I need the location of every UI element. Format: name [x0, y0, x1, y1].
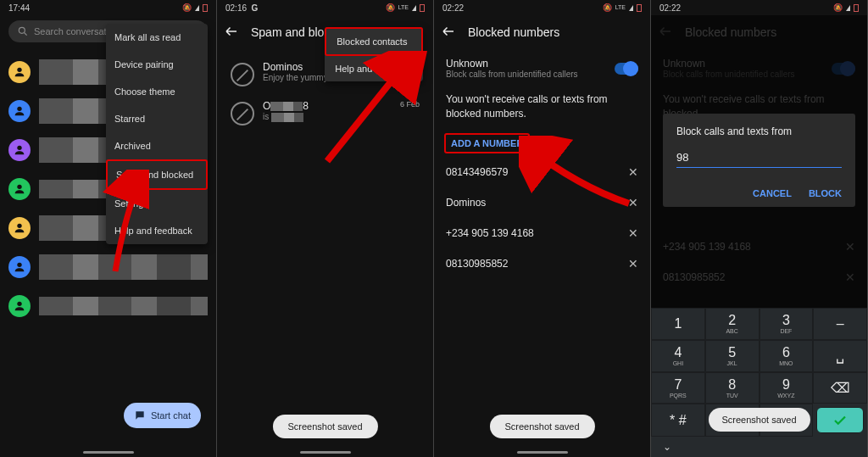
blocked-row: Dominos✕ [434, 187, 650, 218]
phone-input[interactable]: 98 [676, 151, 842, 168]
start-chat-button[interactable]: Start chat [124, 403, 201, 428]
svg-point-2 [17, 68, 21, 72]
signal-icon [195, 5, 199, 11]
avatar [8, 61, 31, 83]
nav-pill [83, 451, 134, 454]
key-enter[interactable] [816, 407, 864, 433]
menu-starred[interactable]: Starred [106, 105, 208, 132]
key-star-hash[interactable]: * # [651, 404, 705, 437]
status-icons: 🔕 [182, 3, 208, 12]
key-dash[interactable]: – [813, 308, 867, 340]
overflow-menu: Blocked contacts Help and feedback [325, 27, 423, 81]
menu-spam-blocked[interactable]: Spam and blocked [106, 159, 208, 190]
status-icons: 🔕 LTE [603, 3, 642, 12]
battery-icon [203, 4, 208, 12]
dnd-icon: 🔕 [386, 3, 395, 12]
status-icons: 🔕 LTE [386, 3, 425, 12]
panel-blocked-numbers: 02:22 🔕 LTE Blocked numbers Unknown Bloc… [434, 0, 651, 457]
lte-icon: LTE [615, 5, 626, 10]
key-6[interactable]: 6MNO [760, 340, 814, 372]
svg-point-5 [17, 185, 21, 189]
toggle-switch[interactable] [615, 63, 638, 75]
avatar [8, 139, 31, 161]
key-2[interactable]: 2ABC [705, 308, 760, 340]
panel-spam-blocked: 02:16 G 🔕 LTE Spam and block Blocked con… [217, 0, 434, 457]
key-9[interactable]: 9WXYZ [760, 372, 814, 404]
block-dialog: Block calls and texts from 98 CANCEL BLO… [663, 114, 855, 207]
menu-device-pairing[interactable]: Device pairing [106, 51, 208, 78]
unknown-title: Unknown [446, 58, 615, 70]
conversation-row[interactable] [0, 287, 216, 326]
panel-block-dialog: 02:22 🔕 Blocked numbers Unknown Block ca… [651, 0, 868, 457]
keypad-collapse-row[interactable]: ⌄ [651, 437, 867, 457]
dialog-title: Block calls and texts from [676, 125, 842, 137]
menu-help-feedback[interactable]: Help and feedback [106, 217, 208, 244]
menu-settings[interactable]: Settings [106, 190, 208, 217]
svg-point-4 [17, 146, 21, 150]
key-3[interactable]: 3DEF [760, 308, 814, 340]
menu-choose-theme[interactable]: Choose theme [106, 78, 208, 105]
arrow-left-icon [441, 24, 456, 39]
svg-point-6 [17, 224, 21, 228]
signal-icon [846, 5, 850, 11]
arrow-left-icon [224, 24, 239, 39]
avatar [8, 178, 31, 200]
unknown-subtitle: Block calls from unidentified callers [446, 70, 615, 79]
key-backspace[interactable]: ⌫ [813, 372, 867, 404]
block-button[interactable]: BLOCK [809, 188, 842, 198]
status-icons: 🔕 [833, 3, 859, 12]
key-1[interactable]: 1 [651, 308, 705, 340]
svg-line-1 [25, 33, 27, 36]
add-number-button[interactable]: ADD A NUMBER [444, 133, 530, 153]
toast-screenshot-saved: Screenshot saved [489, 415, 594, 438]
nav-pill [300, 451, 351, 454]
lte-icon: LTE [398, 5, 409, 10]
remove-button[interactable]: ✕ [628, 196, 638, 209]
search-placeholder: Search conversati [34, 26, 108, 36]
redacted [39, 254, 208, 280]
key-8[interactable]: 8TUV [705, 372, 760, 404]
remove-button[interactable]: ✕ [628, 257, 638, 270]
battery-icon [854, 4, 859, 12]
overflow-menu: Mark all as read Device pairing Choose t… [106, 24, 208, 244]
chat-icon [134, 410, 146, 421]
menu-help-feedback[interactable]: Help and feedback [325, 56, 423, 81]
menu-mark-read[interactable]: Mark all as read [106, 24, 208, 51]
avatar [8, 295, 31, 317]
unknown-toggle-row[interactable]: Unknown Block calls from unidentified ca… [434, 49, 650, 87]
spam-row[interactable]: O8 is 6 Feb [220, 93, 430, 132]
blocked-row: +234 905 139 4168✕ [434, 218, 650, 248]
remove-button[interactable]: ✕ [628, 226, 638, 240]
redacted [39, 297, 208, 315]
start-chat-label: Start chat [151, 410, 191, 421]
signal-icon [629, 5, 633, 11]
blocked-row: 08143496579✕ [434, 157, 650, 187]
cancel-button[interactable]: CANCEL [753, 188, 792, 198]
back-button[interactable] [441, 24, 456, 42]
spam-date: 6 Feb [400, 100, 420, 109]
menu-blocked-contacts[interactable]: Blocked contacts [325, 27, 423, 56]
block-icon [231, 63, 254, 86]
status-bar: 02:22 🔕 [651, 0, 867, 15]
dnd-icon: 🔕 [833, 3, 843, 12]
conversation-row[interactable] [0, 248, 216, 287]
svg-point-7 [17, 263, 21, 267]
key-space[interactable]: ␣ [813, 340, 867, 372]
dnd-icon: 🔕 [182, 3, 192, 12]
svg-point-0 [19, 27, 25, 33]
page-header: Blocked numbers [434, 15, 650, 49]
key-5[interactable]: 5JKL [705, 340, 760, 372]
svg-point-8 [17, 302, 21, 306]
chevron-down-icon: ⌄ [663, 441, 671, 453]
back-button[interactable] [224, 24, 239, 42]
key-7[interactable]: 7PQRS [651, 372, 705, 404]
avatar [8, 256, 31, 278]
status-bar: 02:16 G 🔕 LTE [217, 0, 433, 15]
menu-archived[interactable]: Archived [106, 132, 208, 159]
toast-screenshot-saved: Screenshot saved [272, 415, 377, 438]
remove-button[interactable]: ✕ [628, 165, 638, 179]
search-icon [17, 25, 29, 37]
key-4[interactable]: 4GHI [651, 340, 705, 372]
clock: 02:22 [442, 3, 464, 13]
svg-point-3 [17, 107, 21, 111]
